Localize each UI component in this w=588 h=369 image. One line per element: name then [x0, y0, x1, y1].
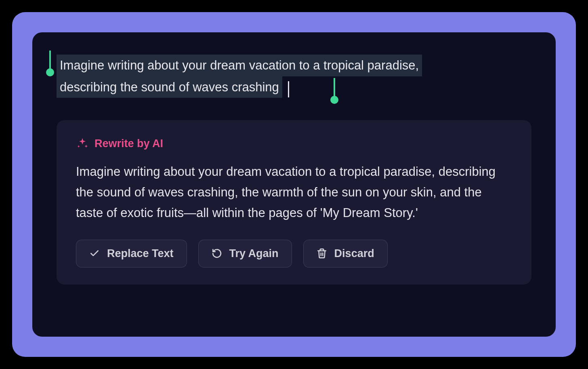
refresh-icon: [212, 248, 222, 259]
ai-rewrite-body: Imagine writing about your dream vacatio…: [76, 161, 512, 223]
replace-text-label: Replace Text: [107, 247, 174, 260]
try-again-label: Try Again: [229, 247, 279, 260]
selected-text-area[interactable]: Imagine writing about your dream vacatio…: [57, 55, 531, 98]
ai-rewrite-card: Rewrite by AI Imagine writing about your…: [57, 120, 531, 284]
ai-card-title: Rewrite by AI: [94, 137, 163, 150]
selected-text-line-1: Imagine writing about your dream vacatio…: [57, 55, 422, 76]
try-again-button[interactable]: Try Again: [198, 240, 292, 268]
discard-label: Discard: [334, 247, 374, 260]
replace-text-button[interactable]: Replace Text: [76, 240, 187, 268]
editor-panel: Imagine writing about your dream vacatio…: [32, 32, 556, 337]
text-cursor: [288, 81, 289, 97]
selected-text-line-2: describing the sound of waves crashing: [57, 76, 282, 98]
discard-button[interactable]: Discard: [303, 240, 388, 268]
check-icon: [89, 248, 100, 259]
selection-handle-start[interactable]: [49, 51, 51, 73]
trash-icon: [317, 248, 327, 259]
outer-frame: Imagine writing about your dream vacatio…: [12, 12, 576, 357]
action-button-row: Replace Text Try Again: [76, 240, 512, 268]
selection-handle-end[interactable]: [334, 78, 335, 101]
sparkle-icon: [76, 137, 89, 150]
ai-card-header: Rewrite by AI: [76, 137, 512, 150]
